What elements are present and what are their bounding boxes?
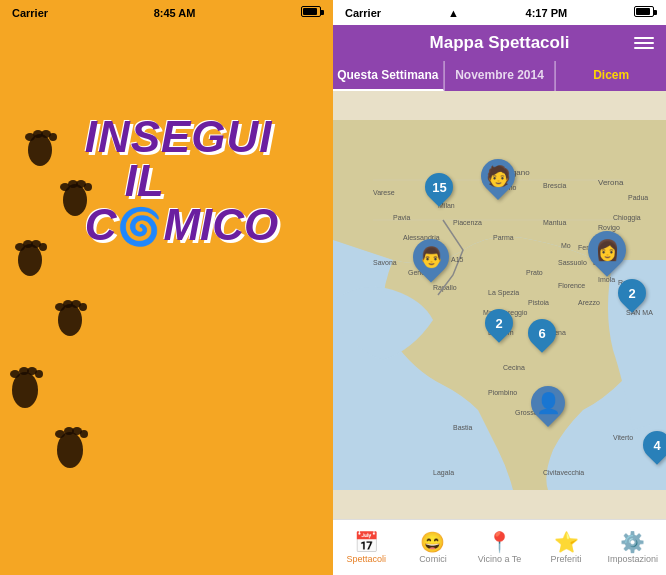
left-panel: Carrier 8:45 AM bbox=[0, 0, 333, 575]
svg-text:Savona: Savona bbox=[373, 259, 397, 266]
hamburger-menu-button[interactable] bbox=[634, 37, 654, 49]
svg-text:Piombino: Piombino bbox=[488, 389, 517, 396]
svg-text:La Spezia: La Spezia bbox=[488, 289, 519, 297]
preferiti-icon: ⭐ bbox=[554, 532, 579, 552]
comici-label: Comici bbox=[419, 554, 447, 564]
svg-point-29 bbox=[80, 430, 88, 438]
title-line1: INSEGUI bbox=[85, 115, 273, 159]
tab-bar: 📅 Spettacoli 😄 Comici 📍 Vicino a Te ⭐ Pr… bbox=[333, 519, 666, 575]
tab-vicino-a-te[interactable]: 📍 Vicino a Te bbox=[466, 520, 533, 575]
impostazioni-icon: ⚙️ bbox=[620, 532, 645, 552]
hamburger-line-3 bbox=[634, 47, 654, 49]
svg-point-26 bbox=[55, 430, 65, 438]
comedian-avatar-2: 👩 bbox=[588, 231, 626, 269]
svg-text:Viterto: Viterto bbox=[613, 434, 633, 441]
battery-right bbox=[634, 6, 654, 19]
svg-text:Mo: Mo bbox=[561, 242, 571, 249]
status-bar-right: Carrier ▲ 4:17 PM bbox=[333, 0, 666, 25]
svg-text:Pistoia: Pistoia bbox=[528, 299, 549, 306]
tab-comici[interactable]: 😄 Comici bbox=[400, 520, 467, 575]
svg-point-14 bbox=[39, 243, 47, 251]
svg-text:A15: A15 bbox=[451, 256, 464, 263]
nav-bar: Mappa Spettacoli bbox=[333, 25, 666, 61]
tab-questa-settimana[interactable]: Questa Settimana bbox=[333, 61, 444, 91]
svg-text:Bastia: Bastia bbox=[453, 424, 473, 431]
svg-text:Brescia: Brescia bbox=[543, 182, 566, 189]
svg-text:Chioggia: Chioggia bbox=[613, 214, 641, 222]
svg-text:Mantua: Mantua bbox=[543, 219, 566, 226]
svg-point-19 bbox=[79, 303, 87, 311]
svg-text:Padua: Padua bbox=[628, 194, 648, 201]
vicino-icon: 📍 bbox=[487, 532, 512, 552]
wifi-icon: ▲ bbox=[448, 7, 459, 19]
hamburger-line-1 bbox=[634, 37, 654, 39]
time-left: 8:45 AM bbox=[154, 7, 196, 19]
hamburger-line-2 bbox=[634, 42, 654, 44]
comedian-avatar-4: 👤 bbox=[531, 386, 565, 420]
impostazioni-label: Impostazioni bbox=[607, 554, 658, 564]
svg-point-24 bbox=[35, 370, 43, 378]
nav-title: Mappa Spettacoli bbox=[430, 33, 570, 53]
spettacoli-label: Spettacoli bbox=[347, 554, 387, 564]
tab-dicembre[interactable]: Dicem bbox=[555, 61, 666, 91]
filter-tabs: Questa Settimana Novembre 2014 Dicem bbox=[333, 61, 666, 91]
comedian-avatar-3: 🧑 bbox=[481, 159, 515, 193]
title-comico-row: C 🌀 MICO bbox=[85, 203, 279, 247]
svg-text:Sassuolo: Sassuolo bbox=[558, 259, 587, 266]
svg-text:Verona: Verona bbox=[598, 178, 624, 187]
svg-text:Prato: Prato bbox=[526, 269, 543, 276]
tab-novembre[interactable]: Novembre 2014 bbox=[444, 61, 556, 91]
svg-point-4 bbox=[49, 133, 57, 141]
svg-text:Lagala: Lagala bbox=[433, 469, 454, 477]
svg-text:Pavia: Pavia bbox=[393, 214, 411, 221]
svg-point-21 bbox=[10, 370, 20, 378]
svg-text:Varese: Varese bbox=[373, 189, 395, 196]
title-c: C bbox=[85, 203, 117, 247]
map-container[interactable]: Lugano Varese Bergamo Brescia Verona Pad… bbox=[333, 91, 666, 519]
comici-icon: 😄 bbox=[420, 532, 445, 552]
status-bar-left: Carrier 8:45 AM bbox=[0, 0, 333, 25]
tab-impostazioni[interactable]: ⚙️ Impostazioni bbox=[599, 520, 666, 575]
mascot-icon: 🌀 bbox=[117, 209, 162, 245]
tab-preferiti[interactable]: ⭐ Preferiti bbox=[533, 520, 600, 575]
svg-text:Civitavecchia: Civitavecchia bbox=[543, 469, 584, 476]
title-line2: IL bbox=[125, 159, 164, 203]
title-mico: MICO bbox=[163, 203, 278, 247]
spettacoli-icon: 📅 bbox=[354, 532, 379, 552]
time-right: 4:17 PM bbox=[526, 7, 568, 19]
app-title: INSEGUI IL C 🌀 MICO bbox=[85, 115, 279, 247]
map-svg: Lugano Varese Bergamo Brescia Verona Pad… bbox=[333, 91, 666, 519]
battery-left bbox=[301, 6, 321, 19]
svg-text:Florence: Florence bbox=[558, 282, 585, 289]
svg-text:Piacenza: Piacenza bbox=[453, 219, 482, 226]
carrier-right: Carrier bbox=[345, 7, 381, 19]
svg-text:Arezzo: Arezzo bbox=[578, 299, 600, 306]
comedian-avatar-1: 👨 bbox=[413, 239, 449, 275]
svg-text:Parma: Parma bbox=[493, 234, 514, 241]
right-panel: Carrier ▲ 4:17 PM Mappa Spettacoli Quest… bbox=[333, 0, 666, 575]
svg-text:Cecina: Cecina bbox=[503, 364, 525, 371]
carrier-left: Carrier bbox=[12, 7, 48, 19]
vicino-label: Vicino a Te bbox=[478, 554, 522, 564]
tab-spettacoli[interactable]: 📅 Spettacoli bbox=[333, 520, 400, 575]
preferiti-label: Preferiti bbox=[551, 554, 582, 564]
